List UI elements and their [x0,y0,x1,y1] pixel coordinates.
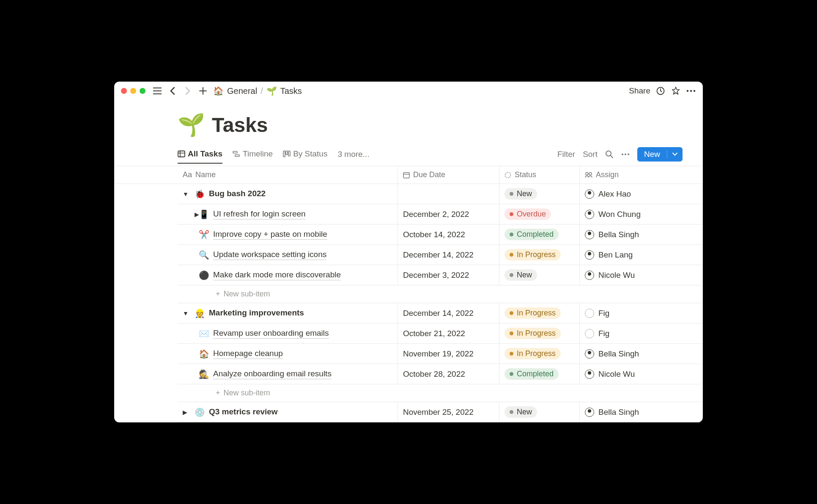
status-cell[interactable]: In Progress [499,245,579,265]
due-date-cell[interactable]: November 25, 2022 [398,402,499,422]
assign-cell[interactable]: Bella Singh [579,225,703,244]
back-button[interactable] [167,86,178,96]
status-dot-icon [510,410,513,414]
status-cell[interactable]: New [499,402,579,422]
row-title[interactable]: Homepage cleanup [213,349,283,359]
status-pill: In Progress [504,307,561,319]
table-row[interactable]: ▶🔍Update workspace setting iconsDecember… [178,245,703,265]
due-date-cell[interactable]: November 19, 2022 [398,344,499,364]
filter-button[interactable]: Filter [557,150,575,159]
toggle-icon[interactable]: ▶ [183,211,195,218]
new-sub-item-button[interactable]: +New sub-item [178,384,703,402]
more-icon[interactable] [686,86,696,96]
views-more[interactable]: 3 more... [337,150,369,163]
status-cell[interactable]: Completed [499,225,579,244]
toggle-icon[interactable]: ▼ [183,310,190,317]
due-date-cell[interactable] [398,184,499,204]
new-button-label[interactable]: New [637,147,667,162]
row-title[interactable]: Bug bash 2022 [209,189,266,199]
forward-button[interactable] [183,86,193,96]
view-options-icon[interactable] [621,153,630,156]
table-row[interactable]: ▶🏠Homepage cleanupNovember 19, 2022In Pr… [178,344,703,364]
assign-cell[interactable]: Fig [579,303,703,323]
due-date-cell[interactable]: December 3, 2022 [398,265,499,285]
column-due-date[interactable]: Due Date [398,166,499,184]
name-cell[interactable]: ▶🕵️Analyze onboarding email results [178,364,398,384]
toggle-icon[interactable]: ▶ [183,409,190,416]
column-name[interactable]: Aa Name [178,166,398,184]
page-title[interactable]: Tasks [212,113,268,137]
due-date-cell[interactable]: October 21, 2022 [398,323,499,343]
row-title[interactable]: Update workspace setting icons [213,250,326,260]
tab-by-status[interactable]: By Status [283,149,327,164]
assign-cell[interactable]: Fig [579,323,703,343]
due-date-cell[interactable]: October 28, 2022 [398,364,499,384]
row-title[interactable]: Analyze onboarding email results [213,369,332,379]
row-title[interactable]: Marketing improvements [209,308,304,318]
table-row[interactable]: ▼🐞Bug bash 2022NewAlex Hao [178,184,703,204]
table-row[interactable]: ▶⚫Make dark mode more discoverableDecemb… [178,265,703,285]
assign-cell[interactable]: Won Chung [579,204,703,224]
assign-cell[interactable]: Ben Lang [579,245,703,265]
status-cell[interactable]: New [499,265,579,285]
favorite-icon[interactable] [671,86,681,96]
menu-icon[interactable] [152,86,162,96]
assignee-name: Alex Hao [598,189,631,199]
sort-button[interactable]: Sort [583,150,598,159]
tab-timeline[interactable]: Timeline [233,149,273,164]
name-cell[interactable]: ▶✉️Revamp user onboarding emails [178,323,398,343]
new-page-button[interactable] [198,86,208,96]
column-status[interactable]: Status [499,166,579,184]
row-title[interactable]: Revamp user onboarding emails [213,329,329,339]
status-cell[interactable]: Overdue [499,204,579,224]
breadcrumb-current[interactable]: Tasks [280,86,302,96]
table-row[interactable]: ▶💿Q3 metrics reviewNovember 25, 2022NewB… [178,402,703,422]
new-button-dropdown[interactable] [667,150,683,159]
table-row[interactable]: ▼👷Marketing improvementsDecember 14, 202… [178,303,703,323]
minimize-window-button[interactable] [130,88,136,94]
name-cell[interactable]: ▶⚫Make dark mode more discoverable [178,265,398,285]
share-button[interactable]: Share [629,86,650,96]
assign-cell[interactable]: Bella Singh [579,344,703,364]
due-date-cell[interactable]: December 14, 2022 [398,245,499,265]
page-emoji[interactable]: 🌱 [178,112,205,138]
status-cell[interactable]: In Progress [499,323,579,343]
status-cell[interactable]: Completed [499,364,579,384]
due-date-cell[interactable]: December 2, 2022 [398,204,499,224]
name-cell[interactable]: ▶🏠Homepage cleanup [178,344,398,364]
column-assign[interactable]: Assign [579,166,703,184]
name-cell[interactable]: ▼🐞Bug bash 2022 [178,184,398,204]
tab-all-tasks[interactable]: All Tasks [178,149,222,164]
status-cell[interactable]: New [499,184,579,204]
breadcrumb-parent[interactable]: General [227,86,257,96]
due-date-cell[interactable]: October 14, 2022 [398,225,499,244]
status-cell[interactable]: In Progress [499,303,579,323]
toggle-icon[interactable]: ▼ [183,191,190,197]
status-dot-icon [510,212,513,216]
row-title[interactable]: Improve copy + paste on mobile [213,230,327,240]
name-cell[interactable]: ▶📱UI refresh for login screen [178,204,398,224]
row-title[interactable]: Make dark mode more discoverable [213,270,341,280]
row-title[interactable]: UI refresh for login screen [213,209,306,219]
row-title[interactable]: Q3 metrics review [209,407,278,417]
assign-cell[interactable]: Alex Hao [579,184,703,204]
maximize-window-button[interactable] [140,88,145,94]
close-window-button[interactable] [121,88,127,94]
assignee-name: Ben Lang [598,250,633,260]
status-cell[interactable]: In Progress [499,344,579,364]
due-date-cell[interactable]: December 14, 2022 [398,303,499,323]
name-cell[interactable]: ▶💿Q3 metrics review [178,402,398,422]
name-cell[interactable]: ▶✂️Improve copy + paste on mobile [178,225,398,244]
updates-icon[interactable] [655,86,666,96]
search-icon[interactable] [605,150,614,159]
new-sub-item-button[interactable]: +New sub-item [178,285,703,303]
assign-cell[interactable]: Bella Singh [579,402,703,422]
table-row[interactable]: ▶🕵️Analyze onboarding email resultsOctob… [178,364,703,384]
name-cell[interactable]: ▶🔍Update workspace setting icons [178,245,398,265]
assign-cell[interactable]: Nicole Wu [579,265,703,285]
table-row[interactable]: ▶✉️Revamp user onboarding emailsOctober … [178,323,703,344]
table-row[interactable]: ▶📱UI refresh for login screenDecember 2,… [178,204,703,225]
name-cell[interactable]: ▼👷Marketing improvements [178,303,398,323]
assign-cell[interactable]: Nicole Wu [579,364,703,384]
table-row[interactable]: ▶✂️Improve copy + paste on mobileOctober… [178,225,703,245]
